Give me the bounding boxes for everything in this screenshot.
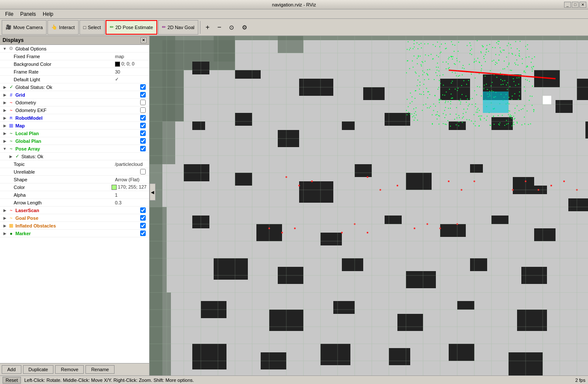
inflated-obstacles-row[interactable]: ▶ ▦ Inflated Obstacles	[0, 222, 149, 230]
pose-status-expander[interactable]: ▶	[8, 154, 14, 160]
viewport[interactable]	[150, 36, 588, 375]
fps-counter: 2 fps	[575, 378, 585, 383]
pose-status-row[interactable]: ▶ ✓ Status: Ok	[0, 153, 149, 160]
odometry-ekf-row[interactable]: ▶ ~ Odometry EKF	[0, 106, 149, 114]
move-camera-button[interactable]: 🎥 Move Camera	[2, 20, 47, 35]
fixed-frame-row[interactable]: Fixed Frame map	[0, 53, 149, 60]
bottom-buttons: Add Duplicate Remove Rename	[0, 363, 149, 375]
unreliable-label: Unreliable	[13, 169, 136, 174]
map-expander[interactable]: ▶	[2, 123, 8, 129]
nav-goal-button[interactable]: ✏ 2D Nav Goal	[158, 20, 198, 35]
global-plan-check[interactable]	[136, 138, 149, 144]
marker-check[interactable]	[136, 230, 149, 236]
pose-array-expander[interactable]: ▼	[2, 146, 8, 152]
global-plan-label: Global Plan	[15, 139, 136, 144]
odometry-check[interactable]	[136, 100, 149, 105]
remove-button[interactable]: Remove	[55, 365, 84, 374]
gear-icon-button[interactable]: ⚙	[238, 20, 251, 35]
pose-array-row[interactable]: ▼ ~ Pose Array	[0, 145, 149, 153]
global-status-expander[interactable]: ▶	[2, 84, 8, 90]
laser-scan-expander[interactable]: ▶	[2, 207, 8, 213]
robot-model-row[interactable]: ▶ R RobotModel	[0, 114, 149, 122]
close-button[interactable]: ✕	[579, 2, 586, 8]
menubar: File Panels Help	[0, 9, 588, 19]
maximize-button[interactable]: □	[572, 2, 579, 8]
color-row[interactable]: Color 170; 255; 127	[0, 183, 149, 191]
global-status-row[interactable]: ▶ ✓ Global Status: Ok	[0, 83, 149, 91]
global-options-row[interactable]: ▼ ⚙ Global Options	[0, 45, 149, 53]
status-instructions: Left-Click: Rotate. Middle-Click: Move X…	[24, 378, 194, 383]
odometry-label: Odometry	[15, 100, 136, 105]
topic-label: Topic	[13, 162, 115, 167]
pose-array-check[interactable]	[136, 146, 149, 151]
global-plan-expander[interactable]: ▶	[2, 138, 8, 144]
marker-row[interactable]: ▶ ● Marker	[0, 230, 149, 237]
frame-rate-label: Frame Rate	[13, 69, 115, 74]
grid-expander[interactable]: ▶	[2, 92, 8, 98]
odometry-ekf-expander[interactable]: ▶	[2, 107, 8, 113]
menu-help[interactable]: Help	[39, 10, 57, 18]
inflated-obstacles-expander[interactable]: ▶	[2, 223, 8, 229]
background-color-label: Background Color	[13, 62, 115, 67]
rename-button[interactable]: Rename	[85, 365, 115, 374]
odometry-row[interactable]: ▶ ~ Odometry	[0, 99, 149, 106]
displays-close-button[interactable]: ✕	[141, 37, 147, 43]
local-plan-check[interactable]	[136, 130, 149, 136]
robot-model-check[interactable]	[136, 115, 149, 121]
goal-pose-icon: ~	[8, 216, 15, 221]
local-plan-row[interactable]: ▶ ~ Local Plan	[0, 130, 149, 137]
topic-row[interactable]: Topic /particlecloud	[0, 160, 149, 168]
laser-scan-row[interactable]: ▶ ~ LaserScan	[0, 207, 149, 214]
left-panel: Displays ✕ ▼ ⚙ Global Options Fixed Fram…	[0, 36, 150, 375]
add-icon-button[interactable]: +	[202, 20, 213, 35]
default-light-row[interactable]: Default Light ✓	[0, 76, 149, 83]
grid-check[interactable]	[136, 92, 149, 97]
interact-button[interactable]: 👆 Interact	[47, 20, 79, 35]
background-color-value: 0; 0; 0	[115, 61, 149, 67]
shape-row[interactable]: Shape Arrow (Flat)	[0, 176, 149, 183]
pose-estimate-button[interactable]: ✏ 2D Pose Estimate	[106, 20, 157, 35]
laser-scan-label: LaserScan	[15, 208, 136, 213]
robot-model-expander[interactable]: ▶	[2, 115, 8, 121]
unreliable-check[interactable]	[136, 169, 149, 174]
global-plan-row[interactable]: ▶ ~ Global Plan	[0, 137, 149, 145]
map-icon: ▦	[8, 123, 15, 128]
duplicate-button[interactable]: Duplicate	[23, 365, 54, 374]
inflated-obstacles-label: Inflated Obstacles	[15, 223, 136, 228]
goal-pose-row[interactable]: ▶ ~ Goal Pose	[0, 214, 149, 222]
frame-rate-row[interactable]: Frame Rate 30	[0, 68, 149, 76]
target-icon-button[interactable]: ⊙	[226, 20, 238, 35]
window-controls[interactable]: _ □ ✕	[564, 2, 586, 8]
titlebar: navigation.rviz - RViz _ □ ✕	[0, 0, 588, 9]
menu-file[interactable]: File	[2, 10, 17, 18]
inflated-obstacles-check[interactable]	[136, 223, 149, 228]
select-button[interactable]: □ Select	[79, 20, 105, 35]
map-check[interactable]	[136, 123, 149, 128]
global-status-check[interactable]	[136, 84, 149, 90]
background-color-row[interactable]: Background Color 0; 0; 0	[0, 60, 149, 68]
laser-scan-icon: ~	[8, 208, 15, 213]
goal-pose-check[interactable]	[136, 215, 149, 221]
global-plan-icon: ~	[8, 139, 15, 144]
goal-pose-expander[interactable]: ▶	[2, 215, 8, 221]
alpha-row[interactable]: Alpha 1	[0, 191, 149, 199]
minimize-button[interactable]: _	[564, 2, 571, 8]
local-plan-label: Local Plan	[15, 131, 136, 136]
minus-icon-button[interactable]: −	[214, 20, 224, 35]
reset-button[interactable]: Reset	[3, 377, 21, 384]
arrow-length-label: Arrow Length	[13, 200, 115, 205]
odometry-ekf-check[interactable]	[136, 107, 149, 113]
map-canvas[interactable]	[150, 36, 588, 375]
add-button[interactable]: Add	[2, 365, 21, 374]
arrow-length-row[interactable]: Arrow Length 0.3	[0, 199, 149, 207]
map-row[interactable]: ▶ ▦ Map	[0, 122, 149, 130]
local-plan-expander[interactable]: ▶	[2, 130, 8, 136]
menu-panels[interactable]: Panels	[17, 10, 39, 18]
grid-row[interactable]: ▶ # Grid	[0, 91, 149, 99]
odometry-expander[interactable]: ▶	[2, 100, 8, 106]
global-options-expander[interactable]: ▼	[2, 46, 8, 52]
marker-expander[interactable]: ▶	[2, 230, 8, 236]
panel-collapse-arrow[interactable]: ◀	[150, 183, 156, 201]
laser-scan-check[interactable]	[136, 207, 149, 213]
unreliable-row[interactable]: Unreliable	[0, 168, 149, 176]
